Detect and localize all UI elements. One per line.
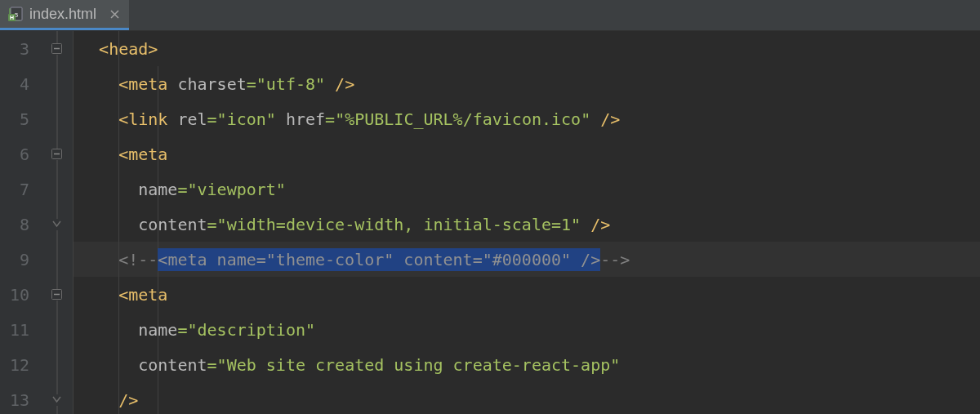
- line-number: 12: [0, 347, 29, 382]
- line-number: 10: [0, 277, 29, 312]
- code-line[interactable]: name="description": [74, 312, 980, 347]
- code-line[interactable]: name="viewport": [74, 171, 980, 207]
- fold-cell: [41, 31, 73, 66]
- fold-cell: [41, 277, 73, 312]
- fold-cell: [41, 312, 73, 347]
- tab-bar: 5 H index.html: [0, 0, 980, 31]
- fold-cell: [41, 136, 73, 171]
- code-line[interactable]: content="Web site created using create-r…: [74, 347, 980, 382]
- line-number: 7: [0, 171, 29, 207]
- line-number: 11: [0, 312, 29, 347]
- svg-text:H: H: [10, 15, 14, 20]
- code-line[interactable]: />: [74, 382, 980, 414]
- fold-collapse-icon[interactable]: [51, 43, 63, 55]
- line-number: 3: [0, 31, 29, 66]
- tab-index-html[interactable]: 5 H index.html: [0, 0, 129, 30]
- fold-end-icon: [51, 394, 63, 406]
- code-line[interactable]: <head>: [74, 31, 980, 66]
- code-line[interactable]: <meta charset="utf-8" />: [74, 66, 980, 101]
- code-area[interactable]: <head> <meta charset="utf-8" /> <link re…: [74, 31, 980, 414]
- fold-cell: [41, 382, 73, 414]
- fold-column: [41, 31, 74, 414]
- code-line[interactable]: <!--<meta name="theme-color" content="#0…: [74, 242, 980, 277]
- fold-end-icon: [51, 219, 63, 230]
- fold-cell: [41, 347, 73, 382]
- fold-collapse-icon[interactable]: [51, 289, 63, 300]
- close-icon[interactable]: [108, 7, 121, 20]
- fold-cell: [41, 242, 73, 277]
- line-number: 5: [0, 101, 29, 136]
- fold-cell: [41, 207, 73, 242]
- line-number: 4: [0, 66, 29, 101]
- code-line[interactable]: <link rel="icon" href="%PUBLIC_URL%/favi…: [74, 101, 980, 136]
- code-line[interactable]: <meta: [74, 277, 980, 312]
- line-number: 6: [0, 136, 29, 171]
- tab-label: index.html: [29, 7, 96, 21]
- fold-cell: [41, 101, 73, 136]
- code-line[interactable]: content="width=device-width, initial-sca…: [74, 207, 980, 242]
- line-number: 9: [0, 242, 29, 277]
- fold-cell: [41, 171, 73, 207]
- code-line[interactable]: <meta: [74, 136, 980, 171]
- html-file-icon: 5 H: [8, 7, 23, 21]
- fold-cell: [41, 66, 73, 101]
- line-number: 13: [0, 382, 29, 414]
- editor: 345678910111213 <head> <meta charset="ut…: [0, 31, 980, 414]
- gutter: 345678910111213: [0, 31, 41, 414]
- fold-collapse-icon[interactable]: [51, 149, 63, 160]
- line-number: 8: [0, 207, 29, 242]
